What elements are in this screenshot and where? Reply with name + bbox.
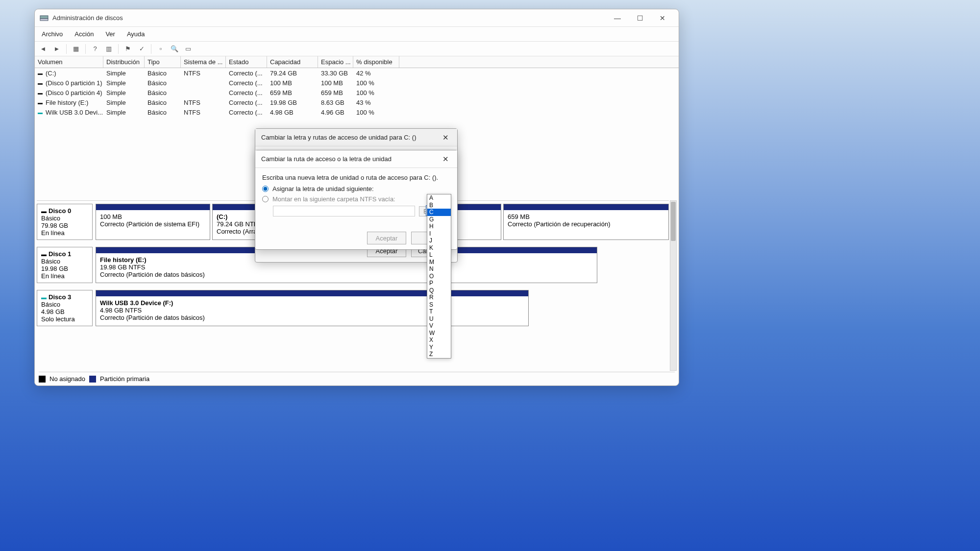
table-row[interactable]: ▬(Disco 0 partición 1) SimpleBásicoCorre… <box>35 78 679 88</box>
col-estado[interactable]: Estado <box>226 56 267 68</box>
radio-mount-folder[interactable]: Montar en la siguiente carpeta NTFS vací… <box>262 195 450 203</box>
legend-swatch-unassigned <box>39 376 46 383</box>
drive-icon: ▬ <box>38 80 43 86</box>
col-capacidad[interactable]: Capacidad <box>267 56 318 68</box>
svg-rect-0 <box>40 16 48 19</box>
calendar-icon[interactable]: ▥ <box>103 44 114 54</box>
dropdown-option[interactable]: G <box>427 216 451 223</box>
dropdown-option[interactable]: R <box>427 294 451 301</box>
close-icon[interactable]: ✕ <box>440 132 451 144</box>
dropdown-option[interactable]: P <box>427 280 451 287</box>
partition[interactable]: 659 MBCorrecto (Partición de recuperació… <box>503 204 669 240</box>
dropdown-option[interactable]: B <box>427 202 451 209</box>
dialog-title: Cambiar la letra y rutas de acceso de un… <box>261 134 440 141</box>
titlebar: Administración de discos — ☐ ✕ <box>35 9 679 27</box>
dropdown-option[interactable]: H <box>427 223 451 230</box>
close-icon[interactable]: ✕ <box>440 153 451 165</box>
disk-icon: ▬ <box>41 208 47 214</box>
disk-label[interactable]: ▬Disco 3 Básico 4.98 GB Solo lectura <box>37 290 93 326</box>
table-row[interactable]: ▬(C:) SimpleBásicoNTFSCorrecto (...79.24… <box>35 68 679 78</box>
menu-ayuda[interactable]: Ayuda <box>124 28 148 40</box>
usb-icon: ▬ <box>38 110 43 115</box>
dropdown-option[interactable]: L <box>427 251 451 259</box>
disk-icon: ▬ <box>41 251 47 257</box>
close-button[interactable]: ✕ <box>651 10 674 26</box>
col-tipo[interactable]: Tipo <box>145 56 181 68</box>
maximize-button[interactable]: ☐ <box>629 10 651 26</box>
check-icon[interactable]: ✓ <box>136 44 147 54</box>
menu-archivo[interactable]: Archivo <box>39 28 66 40</box>
legend: No asignado Partición primaria <box>39 372 675 383</box>
table-row[interactable]: ▬File history (E:) SimpleBásicoNTFSCorre… <box>35 97 679 107</box>
back-icon[interactable]: ◄ <box>38 44 49 54</box>
dropdown-option[interactable]: N <box>427 265 451 273</box>
dropdown-option[interactable]: K <box>427 244 451 252</box>
dropdown-option[interactable]: M <box>427 259 451 266</box>
dropdown-option[interactable]: T <box>427 308 451 315</box>
dropdown-option[interactable]: A <box>427 194 451 202</box>
add-icon[interactable]: ▫ <box>155 44 166 54</box>
find-icon[interactable]: 🔍 <box>169 44 180 54</box>
vertical-scrollbar[interactable] <box>670 200 677 371</box>
dropdown-option[interactable]: I <box>427 230 451 238</box>
volume-table: ▬(C:) SimpleBásicoNTFSCorrecto (...79.24… <box>35 68 679 117</box>
toolbar: ◄ ► ▦ ? ▥ ⚑ ✓ ▫ 🔍 ▭ <box>35 42 679 56</box>
svg-rect-1 <box>40 19 48 21</box>
col-sistema[interactable]: Sistema de ... <box>181 56 226 68</box>
dropdown-option[interactable]: S <box>427 301 451 309</box>
dialog-prompt: Escriba una nueva letra de unidad o ruta… <box>262 174 450 181</box>
legend-swatch-primary <box>89 376 96 383</box>
col-distribucion[interactable]: Distribución <box>103 56 145 68</box>
partition[interactable]: Wilk USB 3.0 Device (F:)4.98 GB NTFSCorr… <box>96 290 529 326</box>
col-disponible[interactable]: % disponible <box>353 56 399 68</box>
aceptar-button[interactable]: Aceptar <box>367 232 406 244</box>
menu-accion[interactable]: Acción <box>72 28 97 40</box>
dropdown-option[interactable]: Y <box>427 344 451 351</box>
dropdown-option[interactable]: W <box>427 330 451 337</box>
dialog-title: Cambiar la ruta de acceso o la letra de … <box>261 155 440 163</box>
radio-assign-letter[interactable]: Asignar la letra de unidad siguiente: <box>262 185 450 192</box>
drive-icon: ▬ <box>38 71 43 76</box>
props-icon[interactable]: ▭ <box>183 44 194 54</box>
app-icon <box>40 14 49 22</box>
dropdown-option[interactable]: O <box>427 273 451 280</box>
flag-icon[interactable]: ⚑ <box>122 44 133 54</box>
forward-icon[interactable]: ► <box>51 44 62 54</box>
grid-icon[interactable]: ▦ <box>71 44 81 54</box>
col-espacio[interactable]: Espacio ... <box>318 56 353 68</box>
dropdown-option[interactable]: Z <box>427 351 451 358</box>
dropdown-option[interactable]: J <box>427 237 451 244</box>
table-row[interactable]: ▬(Disco 0 partición 4) SimpleBásicoCorre… <box>35 88 679 97</box>
menu-ver[interactable]: Ver <box>102 28 118 40</box>
menubar: Archivo Acción Ver Ayuda <box>35 27 679 42</box>
mount-path-input[interactable] <box>273 206 415 216</box>
col-volumen[interactable]: Volumen <box>35 56 103 68</box>
drive-letter-dropdown[interactable]: ABCGHIJKLMNOPQRSTUVWXYZ <box>427 194 451 359</box>
table-row[interactable]: ▬Wilk USB 3.0 Devi... SimpleBásicoNTFSCo… <box>35 107 679 117</box>
usb-disk-icon: ▬ <box>41 294 47 300</box>
minimize-button[interactable]: — <box>606 10 629 26</box>
disk-row: ▬Disco 3 Básico 4.98 GB Solo lectura Wil… <box>37 290 669 326</box>
drive-icon: ▬ <box>38 90 43 96</box>
dropdown-option[interactable]: U <box>427 315 451 323</box>
help-icon[interactable]: ? <box>90 44 100 54</box>
window-title: Administración de discos <box>52 14 606 22</box>
volume-table-header: Volumen Distribución Tipo Sistema de ...… <box>35 56 679 68</box>
dropdown-option[interactable]: V <box>427 322 451 330</box>
dropdown-option[interactable]: Q <box>427 287 451 294</box>
dropdown-option[interactable]: C <box>427 209 451 216</box>
drive-icon: ▬ <box>38 100 43 105</box>
disk-label[interactable]: ▬Disco 0 Básico 79.98 GB En línea <box>37 204 93 240</box>
dropdown-option[interactable]: X <box>427 336 451 344</box>
partition[interactable]: 100 MBCorrecto (Partición de sistema EFI… <box>96 204 210 240</box>
disk-label[interactable]: ▬Disco 1 Básico 19.98 GB En línea <box>37 247 93 283</box>
